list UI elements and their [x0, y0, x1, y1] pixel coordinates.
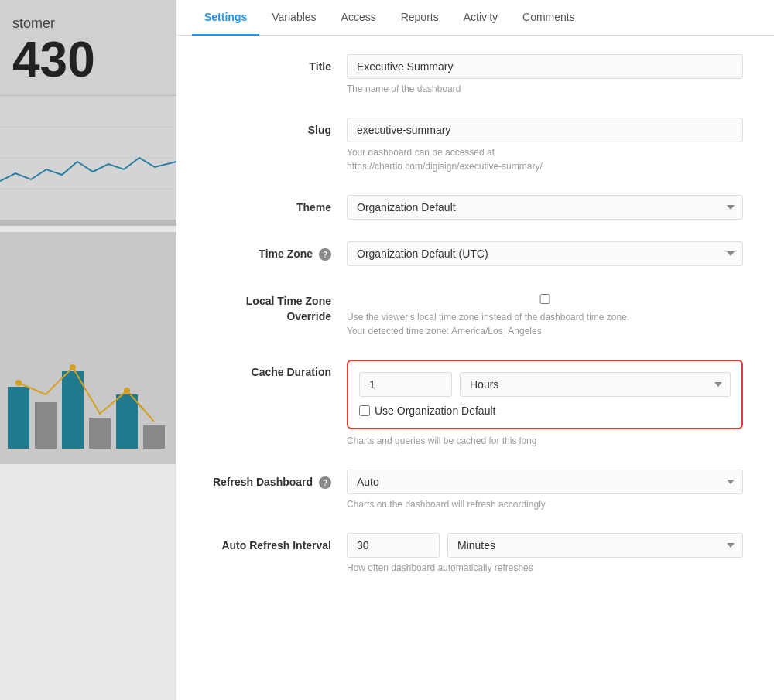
sidebar-bar-chart — [0, 232, 176, 464]
refresh-label: Refresh Dashboard ? — [207, 470, 347, 489]
title-wrapper: The name of the dashboard — [347, 54, 743, 96]
tabs-bar: Settings Variables Access Reports Activi… — [176, 0, 774, 36]
slug-row: Slug Your dashboard can be accessed at h… — [207, 118, 743, 173]
refresh-wrapper: Auto Charts on the dashboard will refres… — [347, 470, 743, 511]
sidebar-customer-label: stomer — [12, 15, 164, 32]
timezone-help-icon[interactable]: ? — [319, 248, 331, 261]
cache-unit-select[interactable]: Minutes Hours Days — [460, 372, 731, 397]
cache-hint: Charts and queries will be cached for th… — [347, 434, 743, 448]
cache-number-input[interactable] — [359, 372, 452, 397]
timezone-wrapper: Organization Default (UTC) — [347, 241, 743, 266]
theme-select[interactable]: Organization Default — [347, 195, 743, 220]
slug-label: Slug — [207, 118, 347, 136]
slug-hint: Your dashboard can be accessed at https:… — [347, 145, 743, 173]
auto-refresh-label: Auto Refresh Interval — [207, 533, 347, 551]
cache-highlight-box: Minutes Hours Days Use Organization Defa… — [347, 360, 743, 429]
timezone-label: Time Zone ? — [207, 241, 347, 261]
timezone-row: Time Zone ? Organization Default (UTC) — [207, 241, 743, 266]
local-tz-checkbox[interactable] — [347, 294, 743, 304]
local-tz-row: Local Time Zone Override Use the viewer'… — [207, 288, 743, 338]
sidebar-divider — [0, 220, 176, 226]
local-tz-label: Local Time Zone Override — [207, 288, 347, 324]
sidebar-number: 430 — [12, 35, 164, 84]
svg-rect-9 — [116, 394, 138, 449]
refresh-help-icon[interactable]: ? — [319, 476, 331, 489]
title-label: Title — [207, 54, 347, 73]
sidebar-top: stomer 430 — [0, 0, 176, 96]
title-row: Title The name of the dashboard — [207, 54, 743, 96]
cache-org-default-checkbox[interactable] — [359, 405, 370, 416]
svg-rect-7 — [62, 371, 84, 449]
svg-rect-6 — [35, 402, 57, 449]
cache-label: Cache Duration — [207, 360, 347, 378]
settings-form: Title The name of the dashboard Slug You… — [176, 36, 774, 627]
theme-row: Theme Organization Default — [207, 195, 743, 220]
theme-wrapper: Organization Default — [347, 195, 743, 220]
tab-access[interactable]: Access — [329, 0, 389, 36]
title-input[interactable] — [347, 54, 743, 79]
refresh-row: Refresh Dashboard ? Auto Charts on the d… — [207, 470, 743, 511]
cache-row: Cache Duration Minutes Hours Days Use Or… — [207, 360, 743, 448]
sidebar: stomer 430 — [0, 0, 176, 700]
auto-refresh-number-input[interactable] — [347, 533, 440, 558]
cache-wrapper: Minutes Hours Days Use Organization Defa… — [347, 360, 743, 448]
theme-label: Theme — [207, 195, 347, 213]
slug-input[interactable] — [347, 118, 743, 142]
slug-wrapper: Your dashboard can be accessed at https:… — [347, 118, 743, 173]
cache-duration-row: Minutes Hours Days — [359, 372, 731, 397]
title-hint: The name of the dashboard — [347, 82, 743, 96]
svg-point-11 — [15, 380, 22, 386]
sidebar-line-chart — [0, 96, 176, 220]
refresh-select[interactable]: Auto — [347, 470, 743, 494]
tab-activity[interactable]: Activity — [451, 0, 510, 36]
local-tz-hint: Use the viewer's local time zone instead… — [347, 310, 743, 338]
cache-org-default-label: Use Organization Default — [375, 405, 495, 417]
cache-org-default-row: Use Organization Default — [359, 405, 731, 417]
tab-reports[interactable]: Reports — [389, 0, 451, 36]
svg-rect-8 — [89, 418, 111, 449]
tab-comments[interactable]: Comments — [510, 0, 587, 36]
auto-refresh-wrapper: Seconds Minutes Hours How often dashboar… — [347, 533, 743, 575]
svg-rect-5 — [8, 387, 29, 449]
svg-point-13 — [124, 388, 130, 394]
svg-rect-10 — [143, 425, 165, 449]
auto-refresh-hint: How often dashboard automatically refres… — [347, 561, 743, 575]
tab-settings[interactable]: Settings — [192, 0, 259, 36]
tab-variables[interactable]: Variables — [259, 0, 328, 36]
auto-refresh-unit-select[interactable]: Seconds Minutes Hours — [447, 533, 743, 558]
main-content: Settings Variables Access Reports Activi… — [176, 0, 774, 700]
auto-refresh-row: Auto Refresh Interval Seconds Minutes Ho… — [207, 533, 743, 575]
refresh-hint: Charts on the dashboard will refresh acc… — [347, 497, 743, 511]
local-tz-wrapper: Use the viewer's local time zone instead… — [347, 288, 743, 338]
timezone-select[interactable]: Organization Default (UTC) — [347, 241, 743, 266]
svg-point-12 — [70, 364, 76, 370]
